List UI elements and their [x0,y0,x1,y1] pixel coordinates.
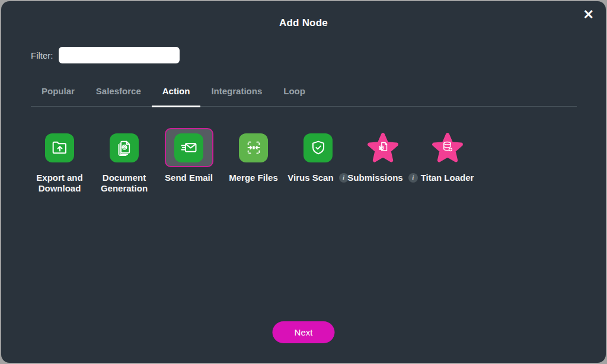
tile-icon-area [359,128,407,167]
node-grid: Export and Download Document G [27,128,480,194]
filter-row: Filter: [31,47,180,63]
tab-integrations[interactable]: Integrations [200,81,273,106]
tile-label: Export and Download [27,173,92,194]
light-green-square [239,133,268,162]
tile-label: Submissions i [347,173,417,183]
node-tile-document-generation[interactable]: Document Generation [92,128,156,194]
tab-loop[interactable]: Loop [273,81,316,106]
tile-label-text: Virus Scan [287,173,333,183]
filter-input[interactable] [59,47,180,63]
modal-title: Add Node [1,17,606,29]
tile-icon-area [294,128,343,167]
tab-salesforce[interactable]: Salesforce [85,81,152,106]
pink-star [367,132,399,164]
node-tile-merge-files[interactable]: Merge Files [221,128,286,194]
submission-document-icon [375,139,391,154]
document-gear-icon [115,138,134,157]
tile-label: Merge Files [229,173,278,183]
database-add-icon [440,139,455,154]
tab-bar: Popular Salesforce Action Integrations L… [31,81,577,107]
tile-label-text: Document Generation [92,173,156,194]
folder-upload-icon [50,138,69,157]
tile-label-text: Submissions [347,173,402,183]
tile-label-text: Send Email [165,173,213,183]
add-node-modal: Add Node ✕ Filter: Popular Salesforce Ac… [1,1,606,363]
node-tile-export-and-download[interactable]: Export and Download [27,128,92,194]
filter-label: Filter: [31,50,53,60]
tile-label: Send Email [165,173,213,183]
shield-check-icon [309,138,328,157]
green-square [45,133,74,162]
close-icon[interactable]: ✕ [583,8,594,21]
green-square [304,133,333,162]
tile-icon-area [229,128,278,167]
selected-tile-highlight [165,128,213,167]
green-square [110,133,139,162]
tile-icon-area [36,128,84,167]
merge-arrows-icon [244,138,263,157]
tab-popular[interactable]: Popular [31,81,85,106]
node-tile-submissions[interactable]: Submissions i [350,128,415,194]
tile-icon-area [423,128,472,167]
info-icon[interactable]: i [339,173,349,183]
tile-icon-area [100,128,149,167]
tile-label-text: Export and Download [27,173,92,194]
green-square [174,133,203,162]
tab-action[interactable]: Action [152,81,201,107]
node-tile-virus-scan[interactable]: Virus Scan i [286,128,350,194]
node-tile-titan-loader[interactable]: Titan Loader [415,128,480,194]
pink-star [432,132,464,164]
tile-label: Document Generation [92,173,156,194]
tile-label-text: Merge Files [229,173,278,183]
tile-label: Virus Scan i [287,173,348,183]
next-button[interactable]: Next [273,321,335,343]
node-tile-send-email[interactable]: Send Email [156,128,221,194]
envelope-send-icon [180,138,199,157]
tile-label: Titan Loader [421,173,474,183]
tile-label-text: Titan Loader [421,173,474,183]
